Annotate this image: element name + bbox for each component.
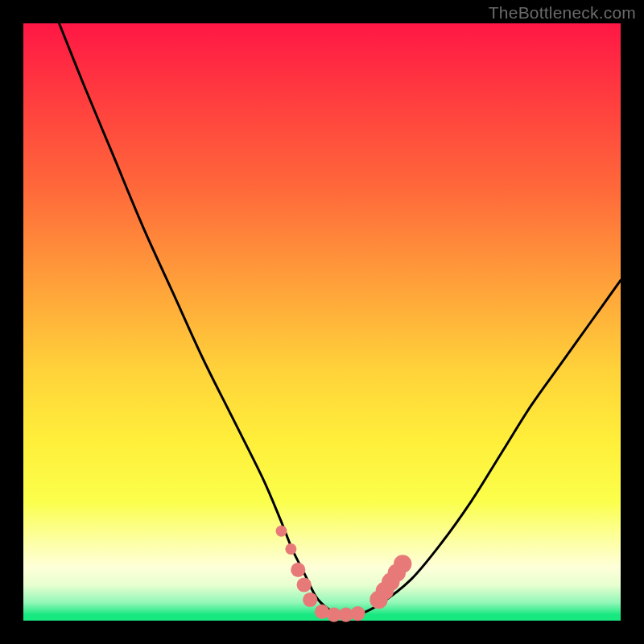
curve-marker [285,543,296,555]
plot-area [23,23,621,621]
watermark-text: TheBottleneck.com [489,3,636,23]
curve-marker [350,606,365,621]
curve-marker [276,526,287,537]
curve-marker [303,592,317,607]
chart-frame: TheBottleneck.com [0,0,644,644]
curve-marker [291,563,305,577]
marker-group [276,526,412,622]
bottleneck-curve-svg [23,23,621,621]
bottleneck-curve-path [60,23,621,616]
curve-marker [297,577,312,592]
curve-marker [394,555,411,572]
